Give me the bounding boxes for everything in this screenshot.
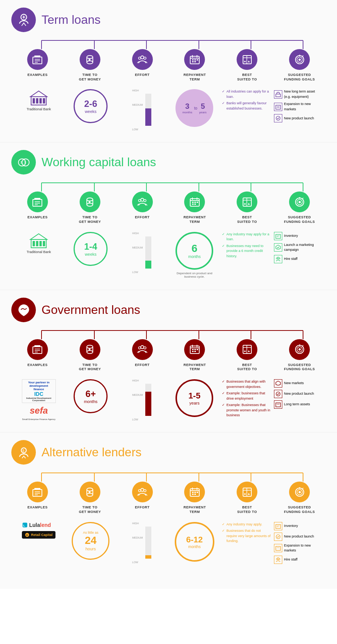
svg-rect-127 [197,349,198,350]
suited-text-2: Banks will generally favour established … [226,101,271,111]
effort-icon-govt [132,339,153,360]
goals-icon-wc [289,192,310,212]
check-1: ✓ [222,89,225,94]
goal-text-2-govt: New product launch [284,391,314,397]
goals-icon-alt [289,482,310,502]
effort-medium: MEDIUM [132,103,143,106]
col-label-goals-wc: SUGGESTEDFUNDING GOALS [284,215,315,224]
rep-unit-wc: months [188,255,201,259]
effort-fill-term [145,108,151,126]
time-unit-wc: weeks [85,252,97,256]
time-unit-term: weeks [85,109,97,114]
bank-label-wc: Traditional Bank [26,250,51,254]
effort-high: HIGH [132,89,139,92]
goal-text-2-wc: Launch a marketing campaign [284,242,323,253]
repayment-icon-circle [184,49,205,70]
svg-rect-78 [197,202,198,203]
col-suited: BESTSUITED TO [221,49,273,82]
svg-text:$: $ [20,161,22,164]
col-label-time-wc: TIME TOGET MONEY [79,215,101,224]
section-header-term-loans: Term loans [11,8,326,32]
effort-data-alt: HIGH MEDIUM LOW [117,522,169,564]
col-label-repayment-govt: REPAYMENTTERM [183,363,206,372]
col-label-repayment: REPAYMENTTERM [183,73,206,82]
goal-text-1-alt: Inventory [284,524,298,529]
suited-item-wc-2: ✓ Businesses may need to provide a 6 mon… [222,244,271,259]
effort-low-govt: LOW [132,418,138,421]
col-goals-wc: SUGGESTEDFUNDING GOALS [273,192,326,224]
svg-rect-130 [243,345,251,354]
col-examples-alt: EXAMPLES [11,482,64,510]
svg-rect-81 [243,198,251,206]
sefa-full: Small Enterprise Finance Agency [22,418,55,420]
suited-text-govt-3: Example: Businesses that promote women a… [226,403,271,418]
section-header-govt: Government loans [11,298,326,322]
col-effort: EFFORT [116,49,169,77]
rep-value-alt: 6-12 [186,535,203,545]
col-time-govt: TIME TOGET MONEY [64,339,116,372]
effort-fill-govt [145,392,151,416]
svg-rect-24 [192,59,194,60]
svg-point-160 [138,490,141,492]
svg-rect-91 [33,241,35,246]
alt-icon: $ [11,440,36,465]
effort-high-wc: HIGH [132,232,139,235]
svg-rect-27 [192,61,194,62]
goal-text-3-wc: Hire staff [284,256,298,262]
goal-2-term: Expansion to new markets [274,102,323,112]
rep-to-term: 5 [199,102,207,111]
section-term-loans: Term loans EXAMPLES [0,0,337,142]
svg-rect-166 [192,492,194,493]
effort-bar-alt: HIGH MEDIUM LOW [132,522,153,564]
svg-rect-28 [194,61,196,62]
suited-text-govt-2: Example: businesses that drive employmen… [226,391,271,401]
rep-unit-govt: years [189,401,200,405]
col-examples-wc: EXAMPLES [11,192,64,220]
goals-icon-govt [289,339,310,360]
svg-point-84 [244,203,246,205]
goal-text-3-term: New product launch [284,116,314,121]
svg-rect-61 [34,198,40,199]
effort-icon-wc [132,192,153,212]
effort-icon-circle [132,49,153,70]
check-govt-1: ✓ [222,379,225,385]
svg-rect-94 [43,241,45,246]
bank-icon-wc [28,232,49,249]
goal-icon-2-govt [274,390,282,398]
goal-text-3-govt: Long term assets [284,402,310,407]
suited-list-govt: ✓ Businesses that align with government … [222,379,271,420]
check-alt-2: ✓ [222,528,225,534]
time-unit-alt: hours [85,547,96,551]
goal-icon-4-alt [274,556,282,564]
goal-icon-3-govt [274,400,282,409]
goal-text-1-govt: New markets [284,381,304,386]
svg-marker-38 [31,91,47,97]
goal-4-alt: Hire staff [274,556,323,564]
repayment-circle-term: 3 months to 5 years [175,89,213,127]
svg-rect-26 [197,59,198,60]
goals-data-term: New long term asset (e.g. equipment) Exp… [272,89,325,125]
column-headers-govt: EXAMPLES TIME TOGET MONEY [11,339,326,372]
repayment-icon-wc [184,192,205,212]
repayment-range-term: 3 months to 5 years [182,102,206,114]
svg-point-19 [144,57,146,59]
svg-rect-79 [192,204,194,205]
section-alt-lenders: $ Alternative lenders [0,432,337,588]
repayment-data-term: 3 months to 5 years [169,89,221,127]
goal-1-term: New long term asset (e.g. equipment) [274,89,323,99]
col-repayment-alt: REPAYMENTTERM [168,482,221,514]
effort-bar-wc: HIGH MEDIUM LOW [132,232,153,273]
effort-bar-bg-wc [145,236,151,269]
svg-point-14 [87,61,93,64]
goal-icon-3-wc [274,255,282,263]
effort-medium-govt: MEDIUM [132,394,143,396]
suited-icon-alt [237,482,257,502]
retail-capital-text: Retail Capital [31,533,52,537]
svg-point-70 [138,199,141,202]
column-headers-wc: EXAMPLES TIME TOGET MONEY [11,192,326,224]
svg-point-177 [299,491,301,493]
lulalend-text: Lulalend [29,522,51,528]
svg-point-87 [299,201,301,203]
goal-3-term: New product launch [274,114,323,122]
time-data-wc: 1-4 weeks [65,232,117,266]
